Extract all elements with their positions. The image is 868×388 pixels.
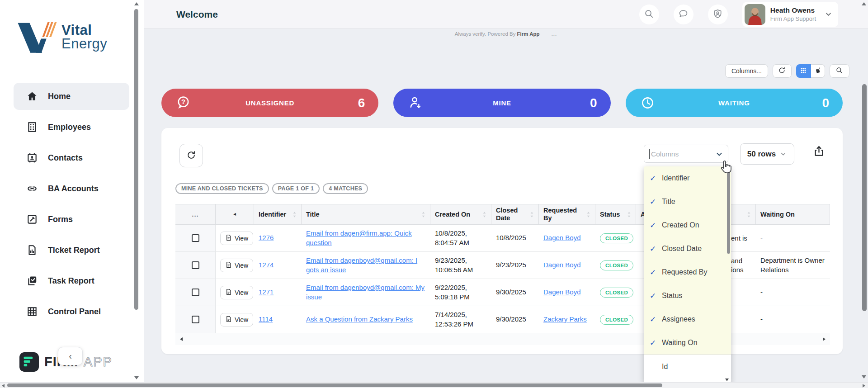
column-header-requested-by[interactable]: Requested By <box>539 204 595 224</box>
refresh-table-button[interactable] <box>179 144 203 167</box>
column-header-closed-date[interactable]: Closed Date <box>491 204 539 224</box>
requested-by-link[interactable]: Dagen Boyd <box>543 260 581 270</box>
view-button[interactable]: View <box>220 259 253 272</box>
ticket-title-link[interactable]: Email from dagenboyd@gmail.com: I gots a… <box>306 256 426 274</box>
sort-icon[interactable] <box>586 211 590 218</box>
dropdown-option-assignees[interactable]: ✓Assignees <box>644 308 731 331</box>
ticket-id-link[interactable]: 1274 <box>259 260 274 270</box>
dropdown-option-closed-date[interactable]: ✓Closed Date <box>644 237 731 260</box>
created-on-cell: 9/23/2025, 10:06:56 AM <box>430 252 491 279</box>
table-row: View1271Email from dagenboyd@gmail.com: … <box>175 279 830 306</box>
account-security-button[interactable] <box>708 5 728 24</box>
dropdown-option-status[interactable]: ✓Status <box>644 284 731 308</box>
column-header-collapse[interactable]: ◂ <box>216 204 254 224</box>
sidebar-scroll-up-icon[interactable] <box>134 2 139 5</box>
sort-icon[interactable] <box>482 211 486 218</box>
sidebar-item-forms[interactable]: Forms <box>14 206 129 233</box>
forms-icon <box>26 213 38 225</box>
ticket-id-link[interactable]: 1276 <box>259 233 274 242</box>
requested-by-link[interactable]: Dagen Boyd <box>543 288 581 297</box>
sidebar-collapse-button[interactable]: ‹ <box>58 347 83 365</box>
sidebar-item-home[interactable]: Home <box>14 83 129 110</box>
home-icon <box>26 90 38 102</box>
sidebar-item-ticket-report[interactable]: Ticket Report <box>14 237 129 264</box>
dropdown-option-created-on[interactable]: ✓Created On <box>644 213 731 237</box>
sort-icon[interactable] <box>747 211 751 218</box>
view-button[interactable]: View <box>220 313 253 326</box>
refresh-view-button[interactable] <box>773 64 792 78</box>
row-select-cell <box>175 225 216 251</box>
sidebar-item-employees[interactable]: Employees <box>14 114 129 141</box>
view-button[interactable]: View <box>220 232 253 245</box>
dropdown-option-waiting-on[interactable]: ✓Waiting On <box>644 331 731 355</box>
stat-card-unassigned[interactable]: ?UNASSIGNED6 <box>161 89 378 117</box>
grid-view-button[interactable] <box>796 64 811 78</box>
column-header-status[interactable]: Status <box>595 204 636 224</box>
page-horizontal-scrollbar[interactable] <box>0 382 868 388</box>
ticket-id-link[interactable]: 1114 <box>259 315 273 324</box>
created-on-cell: 7/14/2025, 12:53:26 PM <box>430 306 491 333</box>
rows-per-page-button[interactable]: 50 rows <box>740 143 794 165</box>
status-badge: CLOSED <box>600 260 633 270</box>
sort-icon[interactable] <box>292 211 297 218</box>
requested-by-link[interactable]: Dagen Boyd <box>543 233 581 242</box>
sidebar-item-label: BA Accounts <box>48 184 99 194</box>
ticket-title-link[interactable]: Email from dagen@firm.app: Quick questio… <box>306 229 426 247</box>
sort-icon[interactable] <box>421 211 425 218</box>
sidebar-item-task-report[interactable]: Task Report <box>14 267 129 294</box>
hscroll-left-icon[interactable] <box>2 384 5 388</box>
dropdown-option-id[interactable]: Id <box>644 355 731 378</box>
dropdown-option-identifier[interactable]: ✓Identifier <box>644 166 731 190</box>
scroll-left-icon[interactable] <box>180 337 183 341</box>
powered-by-menu-icon[interactable]: ... <box>552 31 557 37</box>
sidebar-item-ba-accounts[interactable]: BA Accounts <box>14 175 129 202</box>
scroll-right-icon[interactable] <box>823 337 826 341</box>
ticket-title-link[interactable]: Ask a Question from Zackary Parks <box>306 315 413 324</box>
sidebar-item-contacts[interactable]: Contacts <box>14 144 129 171</box>
top-bar: Welcome Heath Owens Firm App Support <box>144 0 868 28</box>
columns-settings-button[interactable]: Columns... <box>725 64 768 78</box>
column-header-title[interactable]: Title <box>302 204 430 224</box>
dropdown-option-title[interactable]: ✓Title <box>644 190 731 213</box>
search-button[interactable] <box>639 5 659 24</box>
checkmark-icon: ✓ <box>650 244 658 254</box>
hscroll-right-icon[interactable] <box>863 384 865 388</box>
hscroll-thumb[interactable] <box>7 383 662 387</box>
chat-button[interactable] <box>674 5 693 24</box>
ticket-id-link[interactable]: 1271 <box>259 288 274 297</box>
avatar <box>745 4 765 25</box>
user-menu[interactable]: Heath Owens Firm App Support <box>742 2 838 27</box>
view-button[interactable]: View <box>220 286 253 299</box>
table-search-button[interactable] <box>830 64 849 78</box>
sort-icon[interactable] <box>530 211 534 218</box>
dropdown-scroll-down-icon[interactable] <box>725 379 729 381</box>
page-vertical-scrollbar[interactable] <box>862 84 867 311</box>
stat-card-waiting[interactable]: WAITING0 <box>626 89 843 117</box>
sort-icon[interactable] <box>627 211 631 218</box>
stat-card-count: 0 <box>822 96 829 110</box>
requested-by-link[interactable]: Zackary Parks <box>543 315 587 324</box>
page-scroll-down-icon[interactable] <box>862 375 866 379</box>
column-header-menu[interactable]: ... <box>175 204 216 224</box>
stat-card-mine[interactable]: MINE0 <box>393 89 610 117</box>
row-checkbox[interactable] <box>192 234 199 242</box>
ticket-title-link[interactable]: Email from dagenboyd@gmail.com: My issue <box>306 283 426 302</box>
row-checkbox[interactable] <box>192 289 199 296</box>
column-header-created-on[interactable]: Created On <box>430 204 491 224</box>
sidebar-item-control-panel[interactable]: Control Panel <box>14 298 129 325</box>
columns-filter-select[interactable] <box>644 145 728 163</box>
chevron-down-icon[interactable] <box>715 150 724 159</box>
dropdown-scrollbar[interactable] <box>727 170 730 254</box>
sidebar-scroll-down-icon[interactable] <box>134 376 139 379</box>
page-scroll-up-icon[interactable] <box>862 2 866 5</box>
column-header-identifier[interactable]: Identifier <box>254 204 302 224</box>
card-view-button[interactable] <box>811 64 825 78</box>
dropdown-option-requested-by[interactable]: ✓Requested By <box>644 260 731 284</box>
row-checkbox[interactable] <box>192 316 199 323</box>
row-checkbox[interactable] <box>192 261 199 269</box>
tag-icon <box>814 67 821 76</box>
export-button[interactable] <box>813 145 825 159</box>
columns-filter-input[interactable] <box>650 148 709 160</box>
column-header-waiting-on[interactable]: Waiting On <box>756 204 830 224</box>
sidebar-scrollbar[interactable] <box>134 9 138 310</box>
